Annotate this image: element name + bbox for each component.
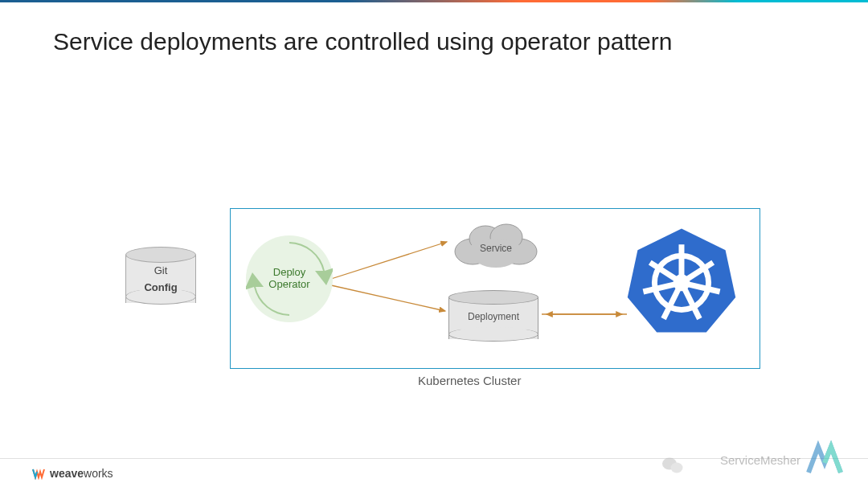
operator-label-1: Deploy	[246, 266, 333, 278]
config-label: Config	[125, 281, 196, 293]
deployment-label: Deployment	[448, 311, 538, 322]
watermark-text: ServiceMesher	[720, 453, 800, 467]
slide-title: Service deployments are controlled using…	[53, 28, 868, 55]
wechat-icon	[662, 456, 683, 474]
brand-text: weaveworks	[50, 467, 113, 480]
watermark: ServiceMesher	[720, 440, 844, 479]
git-label: Git	[125, 264, 196, 276]
top-color-bar	[0, 0, 868, 2]
kubernetes-icon	[625, 224, 738, 337]
weaveworks-icon	[32, 467, 45, 480]
cluster-label: Kubernetes Cluster	[418, 374, 521, 387]
operator-label-2: Operator	[246, 278, 333, 290]
svg-point-21	[671, 463, 683, 473]
diagram-canvas: Git Config Kubernetes Cluster Deploy Ope…	[0, 55, 868, 441]
service-cloud: Service	[448, 221, 543, 271]
git-config-store: Git Config	[125, 247, 196, 305]
deploy-operator: Deploy Operator	[246, 235, 333, 322]
deployment-store: Deployment	[448, 290, 538, 342]
service-label: Service	[480, 243, 512, 254]
servicemesher-icon	[805, 440, 844, 479]
